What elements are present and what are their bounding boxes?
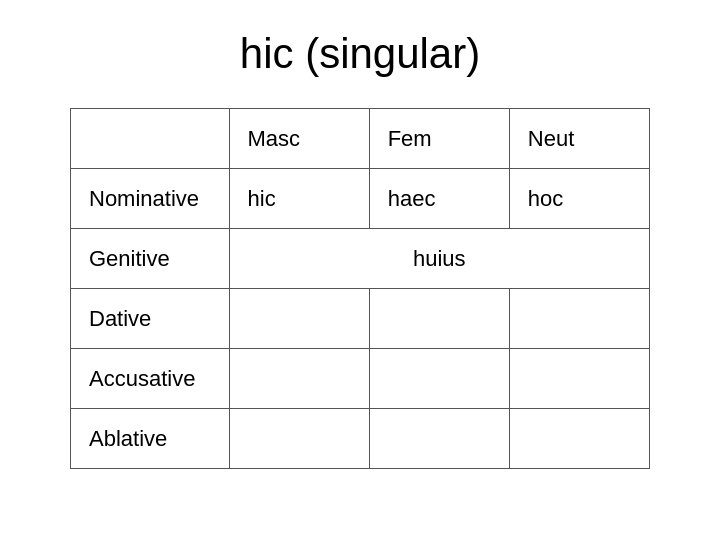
case-label-nominative: Nominative: [71, 169, 230, 229]
ablative-fem: [369, 409, 509, 469]
declension-table: Masc Fem Neut Nominative hic haec hoc Ge…: [70, 108, 650, 469]
table-row: Accusative: [71, 349, 650, 409]
ablative-neut: [509, 409, 649, 469]
accusative-masc: [229, 349, 369, 409]
header-fem: Fem: [369, 109, 509, 169]
header-masc: Masc: [229, 109, 369, 169]
header-empty-cell: [71, 109, 230, 169]
case-label-dative: Dative: [71, 289, 230, 349]
header-neut: Neut: [509, 109, 649, 169]
page-title: hic (singular): [240, 30, 480, 78]
table-row: Ablative: [71, 409, 650, 469]
nominative-masc: hic: [229, 169, 369, 229]
dative-fem: [369, 289, 509, 349]
case-label-genitive: Genitive: [71, 229, 230, 289]
genitive-merged-cell: huius: [229, 229, 649, 289]
table-header-row: Masc Fem Neut: [71, 109, 650, 169]
table-row: Dative: [71, 289, 650, 349]
table-row: Nominative hic haec hoc: [71, 169, 650, 229]
table-row: Genitive huius: [71, 229, 650, 289]
nominative-fem: haec: [369, 169, 509, 229]
case-label-ablative: Ablative: [71, 409, 230, 469]
accusative-neut: [509, 349, 649, 409]
dative-neut: [509, 289, 649, 349]
case-label-accusative: Accusative: [71, 349, 230, 409]
nominative-neut: hoc: [509, 169, 649, 229]
dative-masc: [229, 289, 369, 349]
ablative-masc: [229, 409, 369, 469]
accusative-fem: [369, 349, 509, 409]
